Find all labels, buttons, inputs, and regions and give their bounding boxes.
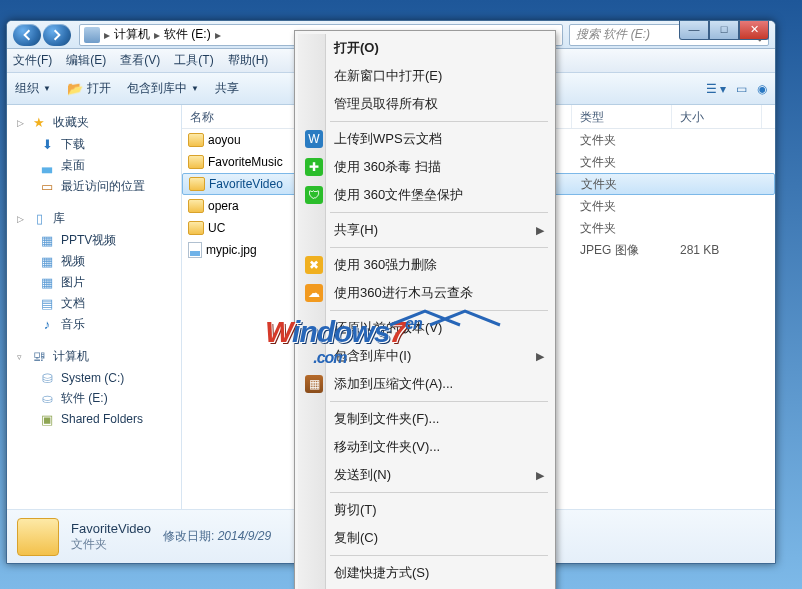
video-icon: ▦ bbox=[39, 233, 55, 249]
recent-icon: ▭ bbox=[39, 179, 55, 195]
ctx-cut[interactable]: 剪切(T) bbox=[298, 496, 552, 524]
ctx-360-force-delete[interactable]: ✖使用 360强力删除 bbox=[298, 251, 552, 279]
delete-icon: ✖ bbox=[305, 256, 323, 274]
ctx-upload-wps[interactable]: W上传到WPS云文档 bbox=[298, 125, 552, 153]
wps-icon: W bbox=[305, 130, 323, 148]
menu-file[interactable]: 文件(F) bbox=[13, 52, 52, 69]
toolbar-open[interactable]: 📂打开 bbox=[67, 80, 111, 97]
archive-icon: ▦ bbox=[305, 375, 323, 393]
nav-pptv[interactable]: ▦PPTV视频 bbox=[39, 230, 181, 251]
col-size[interactable]: 大小 bbox=[672, 105, 762, 128]
cloud-scan-icon: ☁ bbox=[305, 284, 323, 302]
ctx-admin-ownership[interactable]: 管理员取得所有权 bbox=[298, 90, 552, 118]
breadcrumb-drive[interactable]: 软件 (E:) bbox=[164, 26, 211, 43]
preview-pane-button[interactable]: ▭ bbox=[736, 82, 747, 96]
nav-documents[interactable]: ▤文档 bbox=[39, 293, 181, 314]
toolbar-include[interactable]: 包含到库中▼ bbox=[127, 80, 199, 97]
film-icon: ▦ bbox=[39, 254, 55, 270]
menu-edit[interactable]: 编辑(E) bbox=[66, 52, 106, 69]
ctx-360-cloud-scan[interactable]: ☁使用360进行木马云查杀 bbox=[298, 279, 552, 307]
folder-icon-large bbox=[17, 518, 59, 556]
menu-view[interactable]: 查看(V) bbox=[120, 52, 160, 69]
separator bbox=[330, 247, 548, 248]
ctx-include-library[interactable]: 包含到库中(I)▶ bbox=[298, 342, 552, 370]
separator bbox=[330, 212, 548, 213]
ctx-restore-previous[interactable]: 还原以前的版本(V) bbox=[298, 314, 552, 342]
col-type[interactable]: 类型 bbox=[572, 105, 672, 128]
nav-recent[interactable]: ▭最近访问的位置 bbox=[39, 176, 181, 197]
folder-icon bbox=[189, 177, 205, 191]
ctx-create-shortcut[interactable]: 创建快捷方式(S) bbox=[298, 559, 552, 587]
ctx-copy-to-folder[interactable]: 复制到文件夹(F)... bbox=[298, 405, 552, 433]
help-button[interactable]: ◉ bbox=[757, 82, 767, 96]
separator bbox=[330, 401, 548, 402]
context-menu: 打开(O) 在新窗口中打开(E) 管理员取得所有权 W上传到WPS云文档 ✚使用… bbox=[294, 30, 556, 589]
menu-tools[interactable]: 工具(T) bbox=[174, 52, 213, 69]
details-name: FavoriteVideo bbox=[71, 521, 151, 536]
toolbar-share[interactable]: 共享 bbox=[215, 80, 239, 97]
folder-icon bbox=[188, 221, 204, 235]
separator bbox=[330, 310, 548, 311]
back-button[interactable] bbox=[13, 24, 41, 46]
forward-button[interactable] bbox=[43, 24, 71, 46]
desktop-icon: ▃ bbox=[39, 158, 55, 174]
jpeg-icon bbox=[188, 242, 202, 258]
nav-music[interactable]: ♪音乐 bbox=[39, 314, 181, 335]
download-icon: ⬇ bbox=[39, 137, 55, 153]
separator bbox=[330, 492, 548, 493]
library-icon: ▯ bbox=[31, 211, 47, 227]
ctx-move-to-folder[interactable]: 移动到文件夹(V)... bbox=[298, 433, 552, 461]
window-controls: — □ ✕ bbox=[679, 20, 769, 40]
navigation-pane: ▷★收藏夹 ⬇下载 ▃桌面 ▭最近访问的位置 ▷▯库 ▦PPTV视频 ▦视频 ▦… bbox=[7, 105, 182, 509]
music-icon: ♪ bbox=[39, 317, 55, 333]
breadcrumb-computer[interactable]: 计算机 bbox=[114, 26, 150, 43]
computer-icon bbox=[84, 27, 100, 43]
shared-folder-icon: ▣ bbox=[39, 411, 55, 427]
nav-drive-e[interactable]: ⛀软件 (E:) bbox=[39, 388, 181, 409]
nav-computer[interactable]: ▿🖳计算机 bbox=[7, 345, 181, 368]
search-placeholder: 搜索 软件 (E:) bbox=[576, 26, 650, 43]
folder-icon bbox=[188, 199, 204, 213]
close-button[interactable]: ✕ bbox=[739, 20, 769, 40]
ctx-add-to-archive[interactable]: ▦添加到压缩文件(A)... bbox=[298, 370, 552, 398]
drive-icon: ⛁ bbox=[39, 370, 55, 386]
shield-icon: ✚ bbox=[305, 158, 323, 176]
folder-icon bbox=[188, 155, 204, 169]
shield-icon: 🛡 bbox=[305, 186, 323, 204]
nav-drive-c[interactable]: ⛁System (C:) bbox=[39, 368, 181, 388]
nav-videos[interactable]: ▦视频 bbox=[39, 251, 181, 272]
nav-desktop[interactable]: ▃桌面 bbox=[39, 155, 181, 176]
menu-help[interactable]: 帮助(H) bbox=[228, 52, 269, 69]
view-mode-button[interactable]: ☰ ▾ bbox=[706, 82, 726, 96]
picture-icon: ▦ bbox=[39, 275, 55, 291]
ctx-share[interactable]: 共享(H)▶ bbox=[298, 216, 552, 244]
nav-favorites[interactable]: ▷★收藏夹 bbox=[7, 111, 181, 134]
separator bbox=[330, 121, 548, 122]
separator bbox=[330, 555, 548, 556]
toolbar-organize[interactable]: 组织▼ bbox=[15, 80, 51, 97]
minimize-button[interactable]: — bbox=[679, 20, 709, 40]
ctx-copy[interactable]: 复制(C) bbox=[298, 524, 552, 552]
folder-open-icon: 📂 bbox=[67, 81, 83, 97]
nav-libraries[interactable]: ▷▯库 bbox=[7, 207, 181, 230]
folder-icon bbox=[188, 133, 204, 147]
maximize-button[interactable]: □ bbox=[709, 20, 739, 40]
computer-icon: 🖳 bbox=[31, 349, 47, 365]
nav-pictures[interactable]: ▦图片 bbox=[39, 272, 181, 293]
ctx-open[interactable]: 打开(O) bbox=[298, 34, 552, 62]
ctx-send-to[interactable]: 发送到(N)▶ bbox=[298, 461, 552, 489]
star-icon: ★ bbox=[31, 115, 47, 131]
document-icon: ▤ bbox=[39, 296, 55, 312]
nav-downloads[interactable]: ⬇下载 bbox=[39, 134, 181, 155]
ctx-360-fortress[interactable]: 🛡使用 360文件堡垒保护 bbox=[298, 181, 552, 209]
details-subtype: 文件夹 bbox=[71, 536, 151, 553]
ctx-360-scan[interactable]: ✚使用 360杀毒 扫描 bbox=[298, 153, 552, 181]
drive-icon: ⛀ bbox=[39, 391, 55, 407]
nav-shared[interactable]: ▣Shared Folders bbox=[39, 409, 181, 429]
ctx-open-new-window[interactable]: 在新窗口中打开(E) bbox=[298, 62, 552, 90]
